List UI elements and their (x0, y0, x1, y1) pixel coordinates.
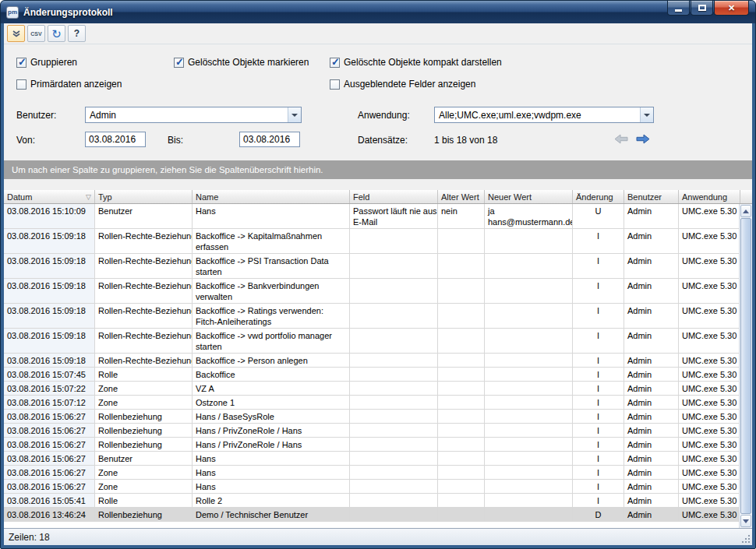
checkbox-ausgeblendete-felder[interactable]: Ausgeblendete Felder anzeigen (330, 79, 475, 90)
column-header-anwendung[interactable]: Anwendung (679, 190, 740, 203)
cell-feld (350, 410, 438, 424)
scroll-down-button[interactable] (740, 515, 751, 527)
column-header-typ[interactable]: Typ (95, 190, 193, 203)
cell-aenderung: I (573, 368, 624, 382)
window: pm Änderungsprotokoll ✕ CSV ↻ ? (0, 0, 756, 549)
csv-export-button[interactable]: CSV (27, 25, 45, 42)
cell-benutzer: Admin (624, 508, 679, 522)
cell-feld (350, 279, 438, 304)
cell-datum: 03.08.2016 15:07:12 (4, 396, 95, 410)
minimize-button[interactable] (667, 1, 690, 16)
anwendung-combo[interactable]: Alle;UMC.exe;uml.exe;vwdpm.exe (434, 107, 654, 123)
bis-input[interactable] (239, 132, 300, 147)
cell-typ: Rolle (95, 494, 193, 508)
checkbox-box (16, 79, 26, 90)
cell-aenderung: I (573, 354, 624, 368)
cell-aenderung: U (573, 204, 624, 229)
next-page-button[interactable] (635, 134, 651, 144)
titlebar[interactable]: pm Änderungsprotokoll ✕ (1, 1, 755, 23)
cell-typ: Rollenbeziehung (95, 410, 193, 424)
cell-datum: 03.08.2016 13:46:24 (4, 508, 95, 522)
checkbox-primaerdaten[interactable]: Primärdaten anzeigen (16, 79, 122, 90)
expand-options-button[interactable] (7, 25, 25, 42)
maximize-icon (698, 5, 706, 11)
anwendung-combo-button[interactable] (640, 107, 653, 122)
table-row[interactable]: 03.08.2016 15:07:45RolleBackofficeIAdmin… (4, 368, 740, 382)
cell-name: VZ A (193, 382, 350, 396)
cell-neuer_wert (485, 279, 573, 304)
column-header-feld[interactable]: Feld (350, 190, 438, 203)
cell-alter_wert (438, 254, 485, 279)
table-row[interactable]: 03.08.2016 15:06:27ZoneHansIAdminUMC.exe… (4, 480, 740, 494)
table-row[interactable]: 03.08.2016 15:06:27ZoneHansIAdminUMC.exe… (4, 466, 740, 480)
table-row[interactable]: 03.08.2016 15:05:41RolleRolle 2IAdminUMC… (4, 494, 740, 508)
column-header-alter_wert[interactable]: Alter Wert (438, 190, 485, 203)
column-header-benutzer[interactable]: Benutzer (624, 190, 679, 203)
window-content: CSV ↻ ? Gruppieren Gelöschte Objekte mar… (4, 23, 752, 545)
checkbox-gruppieren[interactable]: Gruppieren (16, 57, 77, 68)
resize-grip[interactable] (740, 533, 750, 543)
table-row[interactable]: 03.08.2016 15:07:22ZoneVZ AIAdminUMC.exe… (4, 382, 740, 396)
cell-neuer_wert (485, 466, 573, 480)
cell-anwendung: UMC.exe 5.30 (679, 279, 740, 304)
cell-neuer_wert (485, 382, 573, 396)
maximize-button[interactable] (691, 1, 713, 16)
filters-panel: Benutzer: Admin Anwendung: Alle;UMC.exe;… (4, 94, 752, 160)
cell-datum: 03.08.2016 15:07:45 (4, 368, 95, 382)
chevron-down-icon (291, 114, 298, 117)
table-row[interactable]: 03.08.2016 15:09:18Rollen-Rechte-Beziehu… (4, 304, 740, 329)
refresh-icon: ↻ (51, 28, 62, 40)
cell-feld (350, 329, 438, 354)
von-input[interactable] (85, 132, 146, 147)
cell-alter_wert (438, 354, 485, 368)
cell-typ: Rollen-Rechte-Beziehung (95, 304, 193, 329)
table-row[interactable]: 03.08.2016 15:06:27RollenbeziehungHans /… (4, 410, 740, 424)
prev-page-button[interactable] (613, 134, 629, 144)
table-row[interactable]: 03.08.2016 15:09:18Rollen-Rechte-Beziehu… (4, 229, 740, 254)
cell-feld (350, 508, 438, 522)
column-header-name[interactable]: Name (193, 190, 350, 203)
cell-neuer_wert (485, 508, 573, 522)
table-row[interactable]: 03.08.2016 15:06:27RollenbeziehungHans /… (4, 438, 740, 452)
table-row[interactable]: 03.08.2016 15:09:18Rollen-Rechte-Beziehu… (4, 254, 740, 279)
table-row[interactable]: 03.08.2016 15:07:12ZoneOstzone 1IAdminUM… (4, 396, 740, 410)
vertical-scrollbar[interactable] (739, 204, 752, 528)
scrollbar-thumb[interactable] (740, 218, 751, 514)
benutzer-combo[interactable]: Admin (85, 107, 302, 123)
refresh-button[interactable]: ↻ (48, 25, 65, 42)
cell-neuer_wert (485, 438, 573, 452)
cell-aenderung: I (573, 410, 624, 424)
table-row[interactable]: 03.08.2016 15:10:09BenutzerHansPasswort … (4, 204, 740, 229)
checkbox-geloeschte-markieren[interactable]: Gelöschte Objekte markieren (174, 57, 309, 68)
column-header-datum[interactable]: Datum▽ (4, 190, 95, 203)
cell-aenderung: I (573, 382, 624, 396)
cell-benutzer: Admin (624, 480, 679, 494)
checkbox-geloeschte-kompakt[interactable]: Gelöschte Objekte kompakt darstellen (330, 57, 502, 68)
cell-datum: 03.08.2016 15:07:22 (4, 382, 95, 396)
grid: Datum▽TypNameFeldAlter WertNeuer WertÄnd… (4, 190, 752, 528)
cell-feld (350, 438, 438, 452)
table-row[interactable]: 03.08.2016 15:09:18Rollen-Rechte-Beziehu… (4, 279, 740, 304)
scroll-up-button[interactable] (740, 205, 751, 217)
table-row[interactable]: 03.08.2016 15:09:18Rollen-Rechte-Beziehu… (4, 354, 740, 368)
group-by-bar[interactable]: Um nach einer Spalte zu gruppieren, zieh… (4, 160, 752, 179)
cell-alter_wert (438, 396, 485, 410)
column-header-label: Anwendung (682, 192, 727, 202)
cell-datum: 03.08.2016 15:06:27 (4, 438, 95, 452)
table-row[interactable]: 03.08.2016 13:46:24RollenbeziehungDemo /… (4, 508, 740, 522)
chevron-down-icon (12, 30, 21, 37)
benutzer-combo-button[interactable] (288, 107, 301, 122)
cell-benutzer: Admin (624, 354, 679, 368)
cell-typ: Rollen-Rechte-Beziehung (95, 254, 193, 279)
table-row[interactable]: 03.08.2016 15:09:18Rollen-Rechte-Beziehu… (4, 329, 740, 354)
column-header-neuer_wert[interactable]: Neuer Wert (485, 190, 573, 203)
close-button[interactable]: ✕ (714, 1, 749, 16)
table-row[interactable]: 03.08.2016 15:06:27RollenbeziehungHans /… (4, 424, 740, 438)
help-button[interactable]: ? (68, 25, 86, 42)
table-row[interactable]: 03.08.2016 15:06:27BenutzerHansIAdminUMC… (4, 452, 740, 466)
column-header-aenderung[interactable]: Änderung (573, 190, 624, 203)
cell-benutzer: Admin (624, 382, 679, 396)
cell-anwendung: UMC.exe 5.30 (679, 396, 740, 410)
cell-alter_wert (438, 410, 485, 424)
cell-alter_wert (438, 229, 485, 254)
